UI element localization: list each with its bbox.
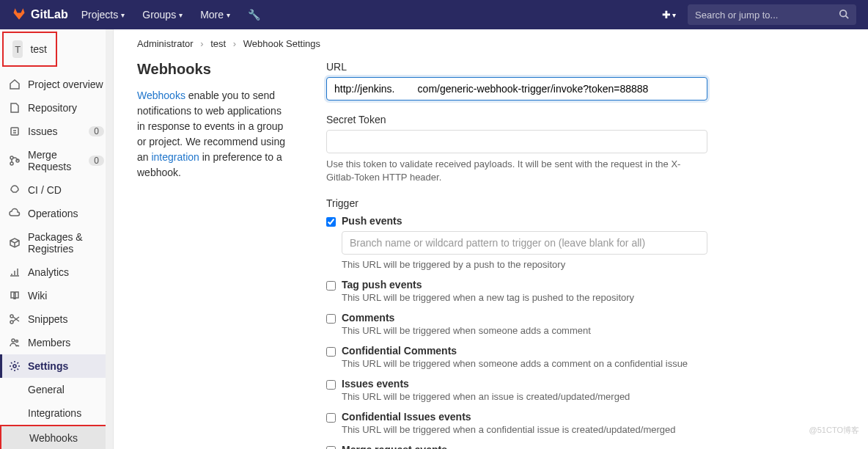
- page-description: Webhooks enable you to send notification…: [137, 88, 291, 180]
- brand-text: GitLab: [31, 8, 68, 21]
- trigger-push-events: Push eventsThis URL will be triggered by…: [326, 215, 707, 270]
- logo[interactable]: GitLab: [12, 7, 68, 23]
- nav-groups[interactable]: Groups▾: [135, 3, 190, 26]
- sidebar-item-members[interactable]: Members: [0, 331, 113, 354]
- rocket-icon: [9, 184, 21, 196]
- trigger-desc: This URL will be triggered when someone …: [342, 358, 707, 369]
- sidebar-item-label: Packages & Registries: [28, 231, 104, 255]
- svg-point-9: [13, 365, 16, 368]
- svg-point-0: [840, 10, 847, 16]
- cloud-icon: [9, 208, 21, 219]
- trigger-checkbox[interactable]: [326, 217, 336, 227]
- sidebar-item-label: CI / CD: [28, 184, 62, 196]
- home-icon: [9, 79, 21, 90]
- badge: 0: [89, 156, 104, 166]
- trigger-checkbox[interactable]: [326, 314, 336, 324]
- trigger-title: Push events: [342, 215, 707, 227]
- chevron-down-icon: ▾: [227, 11, 230, 19]
- secret-hint: Use this token to validate received payl…: [326, 158, 707, 184]
- trigger-confidential-comments: Confidential CommentsThis URL will be tr…: [326, 345, 707, 369]
- sidebar-item-label: Settings: [28, 360, 68, 372]
- gitlab-icon: [12, 7, 26, 23]
- trigger-title: Issues events: [342, 378, 707, 390]
- svg-rect-1: [11, 128, 18, 135]
- wrench-icon: 🔧: [248, 9, 260, 21]
- url-input[interactable]: [326, 77, 707, 101]
- trigger-tag-push-events: Tag push eventsThis URL will be triggere…: [326, 279, 707, 303]
- svg-point-7: [12, 339, 15, 342]
- nav-items: Projects▾ Groups▾ More▾ 🔧: [74, 3, 268, 26]
- sidebar-item-label: Members: [28, 337, 70, 348]
- sidebar-item-label: Operations: [28, 208, 78, 219]
- sidebar-item-issues[interactable]: Issues0: [0, 120, 113, 143]
- page-title: Webhooks: [137, 61, 291, 78]
- trigger-issues-events: Issues eventsThis URL will be triggered …: [326, 378, 707, 402]
- sub-item-webhooks[interactable]: Webhooks: [0, 425, 113, 449]
- svg-point-2: [10, 156, 13, 159]
- trigger-checkbox[interactable]: [326, 413, 336, 423]
- secret-input[interactable]: [326, 130, 707, 153]
- sidebar-item-label: Issues: [28, 125, 57, 137]
- nav-more[interactable]: More▾: [193, 3, 238, 26]
- project-header[interactable]: T test: [2, 32, 57, 67]
- sidebar-item-label: Snippets: [28, 313, 67, 325]
- nav-projects[interactable]: Projects▾: [74, 3, 133, 26]
- trigger-desc: This URL will be triggered by a push to …: [342, 259, 707, 270]
- sidebar-item-label: Analytics: [28, 266, 69, 278]
- trigger-desc: This URL will be triggered when a confid…: [342, 424, 707, 435]
- sidebar-item-ci-cd[interactable]: CI / CD: [0, 178, 113, 202]
- members-icon: [9, 337, 21, 348]
- integration-link[interactable]: integration: [151, 151, 199, 163]
- svg-point-6: [10, 321, 13, 324]
- webhooks-link[interactable]: Webhooks: [137, 90, 185, 101]
- breadcrumb-project[interactable]: test: [210, 38, 226, 49]
- breadcrumb-admin[interactable]: Administrator: [137, 38, 194, 49]
- sidebar-item-label: Merge Requests: [28, 149, 81, 172]
- chevron-down-icon: ▾: [121, 11, 125, 19]
- trigger-title: Confidential Issues events: [342, 411, 707, 423]
- search-box[interactable]: [688, 4, 856, 25]
- sidebar-item-wiki[interactable]: Wiki: [0, 284, 113, 307]
- sidebar-item-analytics[interactable]: Analytics: [0, 260, 113, 284]
- sub-item-general[interactable]: General: [0, 378, 113, 401]
- trigger-checkbox[interactable]: [326, 380, 336, 390]
- file-icon: [9, 102, 21, 114]
- chevron-down-icon: ▾: [672, 11, 676, 19]
- search-input[interactable]: [695, 10, 839, 21]
- sidebar-item-settings[interactable]: Settings: [0, 354, 113, 378]
- search-icon: [839, 9, 849, 21]
- nav-wrench[interactable]: 🔧: [240, 3, 268, 26]
- plus-icon: ✚: [662, 9, 671, 21]
- package-icon: [9, 237, 21, 249]
- trigger-checkbox[interactable]: [326, 446, 336, 449]
- sidebar-item-label: Repository: [28, 102, 77, 114]
- sidebar-item-operations[interactable]: Operations: [0, 202, 113, 225]
- trigger-title: Confidential Comments: [342, 345, 707, 357]
- project-name: test: [30, 43, 47, 55]
- url-label: URL: [326, 61, 707, 73]
- scrollbar[interactable]: [106, 29, 113, 449]
- issues-icon: [9, 125, 21, 137]
- trigger-checkbox[interactable]: [326, 281, 336, 291]
- badge: 0: [89, 126, 104, 136]
- breadcrumb-page: Webhook Settings: [243, 38, 320, 49]
- sub-item-integrations[interactable]: Integrations: [0, 401, 113, 425]
- create-button[interactable]: ✚ ▾: [656, 4, 682, 25]
- trigger-title: Comments: [342, 312, 707, 324]
- sidebar-item-repository[interactable]: Repository: [0, 96, 113, 120]
- trigger-branch-input[interactable]: [342, 231, 707, 255]
- watermark: @51CTO博客: [809, 425, 859, 436]
- sidebar-item-snippets[interactable]: Snippets: [0, 307, 113, 331]
- trigger-desc: This URL will be triggered when a new ta…: [342, 292, 707, 303]
- svg-point-8: [16, 340, 18, 343]
- sidebar-item-merge-requests[interactable]: Merge Requests0: [0, 143, 113, 178]
- sidebar-item-packages-registries[interactable]: Packages & Registries: [0, 225, 113, 260]
- chevron-down-icon: ▾: [179, 11, 183, 19]
- trigger-comments: CommentsThis URL will be triggered when …: [326, 312, 707, 336]
- content: Administrator › test › Webhook Settings …: [114, 29, 868, 449]
- trigger-merge-request-events: Merge request eventsThis URL will be tri…: [326, 444, 707, 449]
- sidebar-item-project-overview[interactable]: Project overview: [0, 73, 113, 96]
- sidebar: T test Project overviewRepositoryIssues0…: [0, 29, 114, 449]
- trigger-checkbox[interactable]: [326, 347, 336, 357]
- sidebar-item-label: Wiki: [28, 290, 47, 302]
